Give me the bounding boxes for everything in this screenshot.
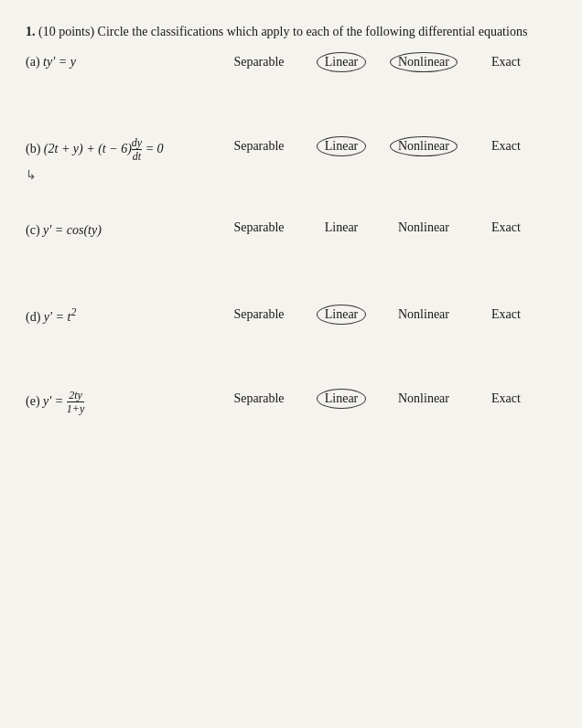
subproblem-a-label: (a) ty′ = y [26, 50, 218, 71]
class-d-nonlinear[interactable]: Nonlinear [383, 307, 465, 322]
subproblem-d: (d) y′ = t2 Separable Linear Nonlinear E… [26, 303, 556, 358]
class-c-separable[interactable]: Separable [218, 220, 300, 235]
class-d-linear[interactable]: Linear [300, 305, 383, 325]
problem-header: 1. (10 points) Circle the classification… [26, 22, 556, 41]
classifications-c: Separable Linear Nonlinear Exact [218, 219, 556, 235]
subproblem-c: (c) y′ = cos(ty) Separable Linear Nonlin… [26, 219, 556, 273]
class-b-nonlinear[interactable]: Nonlinear [383, 136, 465, 156]
class-e-exact[interactable]: Exact [465, 391, 547, 406]
class-c-nonlinear[interactable]: Nonlinear [383, 220, 465, 235]
subproblem-a: (a) ty′ = y Separable Linear Nonlinear E… [26, 50, 556, 105]
class-c-linear[interactable]: Linear [300, 220, 383, 235]
cursor-icon: ↳ [26, 167, 37, 183]
classifications-e: Separable Linear Nonlinear Exact [218, 387, 556, 409]
class-b-linear[interactable]: Linear [300, 136, 383, 156]
class-b-exact[interactable]: Exact [465, 139, 547, 154]
problem-number: 1. [26, 25, 36, 38]
subproblem-e-label: (e) y′ = 2ty1+y [26, 387, 218, 416]
class-a-exact[interactable]: Exact [465, 55, 547, 70]
problem-points: (10 points) [38, 25, 94, 38]
class-a-nonlinear[interactable]: Nonlinear [383, 52, 465, 72]
subproblem-b-label: (b) (2t + y) + (t − 6)dydt = 0 [26, 134, 218, 164]
subproblem-c-label: (c) y′ = cos(ty) [26, 219, 218, 240]
class-a-linear[interactable]: Linear [300, 52, 383, 72]
class-b-separable[interactable]: Separable [218, 139, 300, 154]
class-a-separable[interactable]: Separable [218, 55, 300, 70]
class-e-separable[interactable]: Separable [218, 391, 300, 406]
classifications-b: Separable Linear Nonlinear Exact [218, 134, 547, 156]
class-e-linear[interactable]: Linear [300, 389, 383, 409]
class-d-exact[interactable]: Exact [465, 307, 547, 322]
class-c-exact[interactable]: Exact [465, 220, 547, 235]
class-d-separable[interactable]: Separable [218, 307, 300, 322]
subproblem-e: (e) y′ = 2ty1+y Separable Linear Nonline… [26, 387, 556, 442]
classifications-a: Separable Linear Nonlinear Exact [218, 50, 556, 72]
class-e-nonlinear[interactable]: Nonlinear [383, 391, 465, 406]
subproblem-b: (b) (2t + y) + (t − 6)dydt = 0 Separable… [26, 134, 556, 189]
problem-container: 1. (10 points) Circle the classification… [26, 22, 556, 442]
classifications-d: Separable Linear Nonlinear Exact [218, 303, 556, 325]
subproblem-d-label: (d) y′ = t2 [26, 303, 218, 327]
instruction-text: Circle the classifications which apply t… [98, 25, 528, 38]
